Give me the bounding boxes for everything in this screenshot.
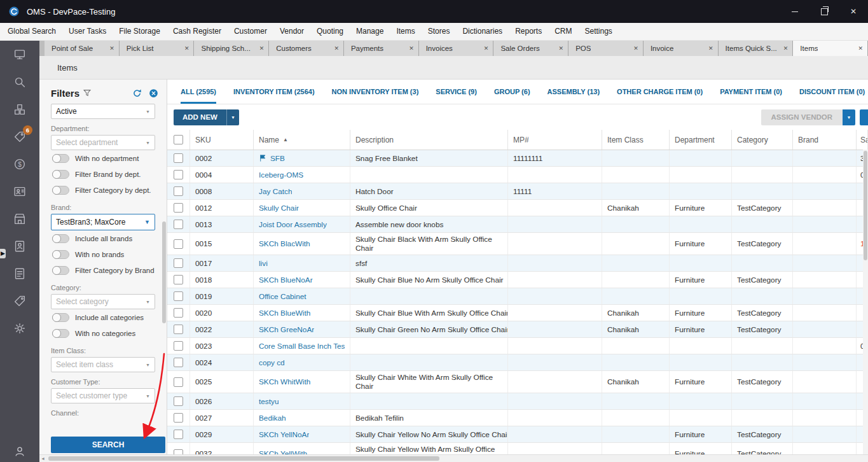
item-tab-payment-item-0[interactable]: PAYMENT ITEM (0) xyxy=(720,80,782,104)
store-icon[interactable] xyxy=(13,212,27,226)
row-checkbox[interactable] xyxy=(174,239,183,249)
toggle-switch[interactable] xyxy=(52,154,69,163)
row-checkbox[interactable] xyxy=(174,308,183,318)
tab-sale-orders[interactable]: Sale Orders✕ xyxy=(493,41,568,56)
horizontal-scrollbar-thumb[interactable] xyxy=(48,456,439,461)
close-tab-icon[interactable]: ✕ xyxy=(257,45,265,52)
search-button[interactable]: SEARCH xyxy=(51,437,165,453)
close-button[interactable]: ✕ xyxy=(839,0,868,23)
user-icon[interactable] xyxy=(13,444,27,458)
close-tab-icon[interactable]: ✕ xyxy=(182,45,189,52)
contacts-icon[interactable] xyxy=(13,185,27,199)
column-header-category[interactable]: Category xyxy=(732,130,793,150)
menu-item-settings[interactable]: Settings xyxy=(578,23,618,40)
close-tab-icon[interactable]: ✕ xyxy=(481,45,489,52)
discount-tag-icon[interactable]: 6 xyxy=(13,130,27,144)
row-checkbox[interactable] xyxy=(174,258,183,268)
row-checkbox[interactable] xyxy=(174,430,183,439)
close-tab-icon[interactable]: ✕ xyxy=(331,45,339,52)
category-select[interactable]: Select category ▼ xyxy=(51,294,155,309)
tab-customers[interactable]: Customers✕ xyxy=(269,41,344,56)
item-tab-other-charge-item-0[interactable]: OTHER CHARGE ITEM (0) xyxy=(617,80,703,104)
row-checkbox[interactable] xyxy=(174,220,183,229)
item-name-link[interactable]: Skully Chair xyxy=(259,204,299,213)
item-tab-non-inventory-item-3[interactable]: NON INVENTORY ITEM (3) xyxy=(332,80,419,104)
settings-gear-icon[interactable] xyxy=(13,321,27,335)
toggle-switch[interactable] xyxy=(52,250,69,259)
column-header-description[interactable]: Description xyxy=(350,130,508,150)
item-tab-inventory-item-2564[interactable]: INVENTORY ITEM (2564) xyxy=(233,80,315,104)
vertical-scrollbar-thumb[interactable] xyxy=(864,151,867,260)
item-name-link[interactable]: Joist Door Assembly xyxy=(259,220,327,229)
employee-tasks-icon[interactable] xyxy=(13,239,27,253)
close-tab-icon[interactable]: ✕ xyxy=(856,45,864,52)
column-header-item-class[interactable]: Item Class xyxy=(602,130,670,150)
tab-shipping-sch[interactable]: Shipping Sch...✕ xyxy=(194,41,269,56)
row-checkbox[interactable] xyxy=(174,203,183,213)
close-tab-icon[interactable]: ✕ xyxy=(556,45,564,52)
column-header-brand[interactable]: Brand xyxy=(793,130,857,150)
close-tab-icon[interactable]: ✕ xyxy=(781,45,789,52)
column-header-sa[interactable]: Sa xyxy=(857,130,868,150)
close-filters-icon[interactable] xyxy=(148,88,159,99)
row-checkbox[interactable] xyxy=(174,170,183,179)
department-select[interactable]: Select department ▼ xyxy=(51,135,155,150)
payments-icon[interactable]: $ xyxy=(13,157,27,171)
brand-select[interactable]: TestBran3; MaxCore ▼ xyxy=(51,214,155,230)
item-name-link[interactable]: testyu xyxy=(259,397,279,406)
menu-item-reports[interactable]: Reports xyxy=(509,23,548,40)
orders-clipboard-icon[interactable] xyxy=(13,267,27,281)
row-checkbox[interactable] xyxy=(174,325,183,334)
item-tab-all-2595[interactable]: ALL (2595) xyxy=(181,80,216,104)
close-tab-icon[interactable]: ✕ xyxy=(406,45,414,52)
item-name-link[interactable]: SKCh WhitWith xyxy=(259,377,310,386)
select-all-checkbox[interactable] xyxy=(174,135,183,144)
item-name-link[interactable]: copy cd xyxy=(259,358,285,367)
row-checkbox[interactable] xyxy=(174,358,183,367)
item-name-link[interactable]: SKCh BlacWith xyxy=(259,239,310,248)
assign-vendor-button[interactable]: ASSIGN VENDOR xyxy=(761,109,843,125)
assign-vendor-dropdown[interactable]: ▼ xyxy=(843,109,855,125)
item-name-link[interactable]: SKCh YellWith xyxy=(259,449,307,454)
row-checkbox[interactable] xyxy=(174,291,183,301)
item-tab-discount-item-0[interactable]: DISCOUNT ITEM (0) xyxy=(799,80,865,104)
toggle-switch[interactable] xyxy=(52,186,69,195)
horizontal-scrollbar[interactable]: ◄ xyxy=(39,454,868,462)
search-icon[interactable] xyxy=(13,75,27,89)
item-tab-assembly-13[interactable]: ASSEMBLY (13) xyxy=(548,80,600,104)
row-checkbox[interactable] xyxy=(174,186,183,196)
item-tab-group-6[interactable]: GROUP (6) xyxy=(494,80,530,104)
item-name-link[interactable]: SKCh BlueWith xyxy=(259,309,310,318)
toggle-switch[interactable] xyxy=(52,313,69,322)
tab-pos[interactable]: POS✕ xyxy=(568,41,644,56)
item-name-link[interactable]: SKCh GreeNoAr xyxy=(259,325,314,334)
item-name-link[interactable]: Bedikah xyxy=(259,414,286,423)
price-tag-icon[interactable] xyxy=(13,294,27,308)
tab-invoice[interactable]: Invoice✕ xyxy=(644,41,719,56)
scroll-left-icon[interactable]: ◄ xyxy=(41,456,45,461)
filters-scrollbar[interactable] xyxy=(162,221,166,323)
menu-item-customer[interactable]: Customer xyxy=(228,23,273,40)
add-new-dropdown[interactable]: ▼ xyxy=(226,109,239,125)
pos-terminal-icon[interactable] xyxy=(13,48,27,62)
sidebar-expander-handle[interactable]: ▶ xyxy=(0,249,6,258)
close-tab-icon[interactable]: ✕ xyxy=(631,45,638,52)
row-checkbox[interactable] xyxy=(174,396,183,406)
close-tab-icon[interactable]: ✕ xyxy=(706,45,713,52)
item-name-link[interactable]: SKCh BlueNoAr xyxy=(259,276,313,284)
item-name-link[interactable]: livi xyxy=(259,259,268,268)
toggle-switch[interactable] xyxy=(52,170,69,179)
tab-invoices[interactable]: Invoices✕ xyxy=(419,41,494,56)
row-checkbox[interactable] xyxy=(174,341,183,351)
column-header-sku[interactable]: SKU xyxy=(190,130,254,150)
menu-item-cash-register[interactable]: Cash Register xyxy=(167,23,228,40)
item-name-link[interactable]: Jay Catch xyxy=(259,187,292,196)
item-class-select[interactable]: Select item class ▼ xyxy=(51,357,155,372)
column-header-name[interactable]: Name ▲ xyxy=(254,130,350,150)
toggle-switch[interactable] xyxy=(52,266,69,275)
menu-item-dictionaries[interactable]: Dictionaries xyxy=(456,23,509,40)
menu-item-items[interactable]: Items xyxy=(390,23,421,40)
row-checkbox[interactable] xyxy=(174,275,183,284)
toggle-switch[interactable] xyxy=(52,329,69,338)
item-name-link[interactable]: SKCh YellNoAr xyxy=(259,430,309,439)
